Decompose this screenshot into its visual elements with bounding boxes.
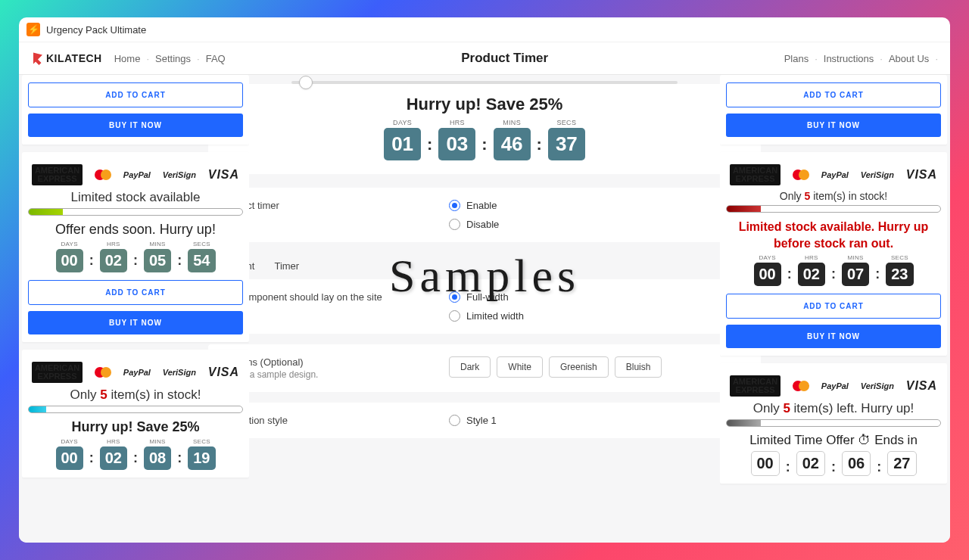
nav-settings[interactable]: Settings <box>155 53 191 64</box>
timer-mins: 46 <box>494 128 531 160</box>
verisign-icon: VeriSign <box>861 170 894 179</box>
buy-now-button[interactable]: BUY IT NOW <box>726 114 941 137</box>
sample-timer: DAYS00: HRS02: MINS08: SECS19 <box>28 438 243 470</box>
settings-column: Hurry up! Save 25% DAYS01 : HRS03 : MINS… <box>193 75 776 543</box>
radio-limitedwidth[interactable]: Limited width <box>449 310 524 322</box>
verisign-icon: VeriSign <box>163 170 196 179</box>
timer-hrs: 03 <box>438 128 475 160</box>
radio-style1[interactable]: Style 1 <box>449 415 497 426</box>
nav-right: Plans· Instructions· About Us· <box>784 53 938 64</box>
verisign-icon: VeriSign <box>861 381 894 390</box>
paypal-icon: PayPal <box>123 368 151 377</box>
stock-bar <box>28 208 243 216</box>
designs-section: Designs (Optional) Select a sample desig… <box>208 344 761 392</box>
payment-icons: AMERICANEXPRESS PayPal VeriSign VISA <box>726 164 941 185</box>
slider-thumb[interactable] <box>299 76 313 89</box>
sample-timer: 00: 02: 06: 27 <box>726 451 941 476</box>
clock-icon: ⏱ <box>858 433 871 448</box>
nav-home[interactable]: Home <box>114 53 141 64</box>
verisign-icon: VeriSign <box>163 368 196 377</box>
nav-plans[interactable]: Plans <box>784 53 809 64</box>
sample-card: AMERICANEXPRESS PayPal VeriSign VISA Lim… <box>22 152 249 342</box>
visa-icon: VISA <box>906 379 937 393</box>
offer-title: Limited stock available. Hurry up before… <box>726 219 941 251</box>
payment-icons: AMERICANEXPRESS PayPal VeriSign VISA <box>28 164 243 185</box>
radio-enable[interactable]: Enable <box>449 200 499 211</box>
stock-bar <box>28 406 243 413</box>
preview-title: Hurry up! Save 25% <box>208 95 761 114</box>
add-to-cart-button[interactable]: ADD TO CART <box>28 280 243 305</box>
chip-dark[interactable]: Dark <box>449 356 491 378</box>
add-to-cart-button[interactable]: ADD TO CART <box>726 294 941 319</box>
page-title: Product Timer <box>238 51 772 66</box>
visa-icon: VISA <box>208 168 239 182</box>
chip-greenish[interactable]: Greenish <box>549 356 609 378</box>
nav-about[interactable]: About Us <box>889 53 929 64</box>
sample-card: AMERICANEXPRESS PayPal VeriSign VISA Onl… <box>720 363 947 484</box>
paypal-icon: PayPal <box>821 381 849 390</box>
titlebar: ⚡ Urgency Pack Ultimate <box>19 17 950 42</box>
samples-watermark: Samples <box>389 249 580 303</box>
tab-timer[interactable]: Timer <box>274 260 299 272</box>
bolt-icon: ⚡ <box>26 23 40 36</box>
offer-title: Hurry up! Save 25% <box>28 419 243 435</box>
paypal-icon: PayPal <box>123 170 151 179</box>
mastercard-icon <box>95 170 111 180</box>
nav-faq[interactable]: FAQ <box>206 53 226 64</box>
stock-message: Limited stock available <box>28 190 243 205</box>
paypal-icon: PayPal <box>821 170 849 179</box>
timer-days: 01 <box>384 128 421 160</box>
buy-now-button[interactable]: BUY IT NOW <box>28 311 243 334</box>
sample-card: AMERICANEXPRESS PayPal VeriSign VISA Onl… <box>22 350 249 478</box>
app-name: Urgency Pack Ultimate <box>46 24 146 36</box>
chip-bluish[interactable]: Bluish <box>615 356 662 378</box>
sample-card: ADD TO CART BUY IT NOW <box>22 75 249 145</box>
payment-icons: AMERICANEXPRESS PayPal VeriSign VISA <box>726 375 941 397</box>
brand-logo[interactable]: KILATECH <box>31 51 102 65</box>
sample-timer: DAYS00: HRS02: MINS05: SECS54 <box>28 241 243 272</box>
mastercard-icon <box>793 381 809 391</box>
slider-track[interactable] <box>291 81 678 84</box>
stock-message: Only 5 item(s) in stock! <box>28 387 243 403</box>
app-window: ⚡ Urgency Pack Ultimate KILATECH Home· S… <box>19 17 950 543</box>
visa-icon: VISA <box>208 366 239 379</box>
stock-bar <box>726 419 941 427</box>
chip-white[interactable]: White <box>497 356 543 378</box>
stock-message: Only 5 item(s) in stock! <box>726 190 941 202</box>
header: KILATECH Home· Settings· FAQ Product Tim… <box>19 42 950 75</box>
sample-timer: DAYS00: HRS02: MINS07: SECS23 <box>726 254 941 286</box>
sample-card: ADD TO CART BUY IT NOW <box>720 75 947 145</box>
radio-disable[interactable]: Disable <box>449 219 499 230</box>
visa-icon: VISA <box>906 168 937 182</box>
status-section: product timer Enable Disable <box>208 188 761 242</box>
amex-icon: AMERICANEXPRESS <box>730 375 780 397</box>
stock-bar <box>726 205 941 213</box>
add-to-cart-button[interactable]: ADD TO CART <box>28 82 243 107</box>
body: Samples Hurry up! Save 25% DAYS01 : HRS0… <box>19 75 950 543</box>
timer-preview: Hurry up! Save 25% DAYS01 : HRS03 : MINS… <box>208 84 761 174</box>
preview-timer: DAYS01 : HRS03 : MINS46 : SECS37 <box>208 119 761 160</box>
mastercard-icon <box>793 170 809 180</box>
nav-left: Home· Settings· FAQ <box>114 53 226 64</box>
offer-title: Offer ends soon. Hurry up! <box>28 222 243 238</box>
nav-instructions[interactable]: Instructions <box>824 53 874 64</box>
offer-title: Limited Time Offer ⏱ Ends in <box>726 433 941 448</box>
stock-message: Only 5 item(s) left. Hurry up! <box>726 401 941 416</box>
samples-left: ADD TO CART BUY IT NOW AMERICANEXPRESS P… <box>22 75 249 543</box>
add-to-cart-button[interactable]: ADD TO CART <box>726 82 941 107</box>
timer-secs: 37 <box>548 128 585 160</box>
buy-now-button[interactable]: BUY IT NOW <box>726 325 941 348</box>
sample-card: AMERICANEXPRESS PayPal VeriSign VISA Onl… <box>720 152 947 356</box>
transition-section: Transition style Style 1 <box>208 403 761 438</box>
amex-icon: AMERICANEXPRESS <box>730 164 780 185</box>
samples-right: ADD TO CART BUY IT NOW AMERICANEXPRESS P… <box>720 75 947 543</box>
mastercard-icon <box>95 367 111 378</box>
buy-now-button[interactable]: BUY IT NOW <box>28 114 243 137</box>
amex-icon: AMERICANEXPRESS <box>32 164 83 185</box>
amex-icon: AMERICANEXPRESS <box>32 362 83 383</box>
payment-icons: AMERICANEXPRESS PayPal VeriSign VISA <box>28 362 243 383</box>
